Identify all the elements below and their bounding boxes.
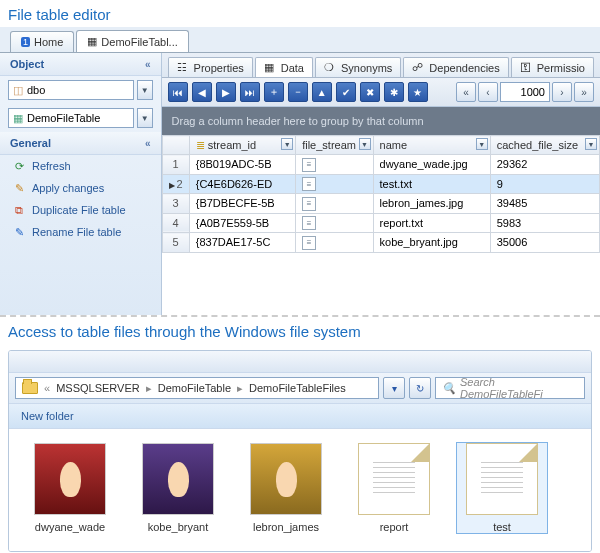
tab-home[interactable]: 1Home [10, 31, 74, 52]
next-record-button[interactable]: ▶ [216, 82, 236, 102]
cell-size[interactable]: 39485 [490, 194, 599, 214]
breadcrumb-dropdown-button[interactable]: ▾ [383, 377, 405, 399]
tab-permissions-label: Permissio [537, 62, 585, 74]
document-thumbnail [358, 443, 430, 515]
cell-file-stream[interactable]: ≡ [296, 233, 373, 253]
cell-size[interactable]: 5983 [490, 213, 599, 233]
search-icon: 🔍 [442, 382, 456, 395]
bookmark-button[interactable]: ★ [408, 82, 428, 102]
tab-permissions[interactable]: ⚿Permissio [511, 57, 594, 77]
cell-file-stream[interactable]: ≡ [296, 155, 373, 175]
last-record-button[interactable]: ⏭ [240, 82, 260, 102]
duplicate-icon: ⧉ [12, 203, 26, 217]
table-row[interactable]: 1{8B019ADC-5B≡dwyane_wade.jpg29362 [162, 155, 599, 175]
cell-name[interactable]: kobe_bryant.jpg [373, 233, 490, 253]
refresh-grid-button[interactable]: ✱ [384, 82, 404, 102]
cell-size[interactable]: 29362 [490, 155, 599, 175]
dependencies-icon: ☍ [412, 61, 425, 74]
breadcrumb-item[interactable]: DemoFileTableFiles [249, 382, 346, 394]
page-size-input[interactable] [500, 82, 550, 102]
commit-button[interactable]: ✔ [336, 82, 356, 102]
apply-changes-action[interactable]: ✎Apply changes [0, 177, 161, 199]
group-by-area[interactable]: Drag a column header here to group by th… [162, 107, 600, 135]
cell-name[interactable]: dwyane_wade.jpg [373, 155, 490, 175]
explorer-search-input[interactable]: 🔍Search DemoFileTableFi [435, 377, 585, 399]
rename-action[interactable]: ✎Rename File table [0, 221, 161, 243]
file-item-test[interactable]: test [457, 443, 547, 533]
data-grid[interactable]: ≣ stream_id▼ file_stream▼ name▼ cached_f… [162, 135, 600, 315]
breadcrumb-item[interactable]: MSSQLSERVER [56, 382, 140, 394]
cell-stream-id[interactable]: {8B019ADC-5B [189, 155, 295, 175]
file-label: report [349, 521, 439, 533]
breadcrumb-item[interactable]: DemoFileTable [158, 382, 231, 394]
file-item-dwyane-wade[interactable]: dwyane_wade [25, 443, 115, 533]
cell-stream-id[interactable]: {837DAE17-5C [189, 233, 295, 253]
content-subtabs: ☷Properties ▦Data ❍Synonyms ☍Dependencie… [162, 53, 600, 78]
folder-icon [22, 382, 38, 394]
sidebar: Object« ◫dbo ▼ ▦DemoFileTable ▼ General«… [0, 53, 162, 315]
col-filter-icon[interactable]: ▼ [476, 138, 488, 150]
refresh-explorer-button[interactable]: ↻ [409, 377, 431, 399]
page-last-button[interactable]: » [574, 82, 594, 102]
col-name[interactable]: name▼ [373, 136, 490, 155]
col-filter-icon[interactable]: ▼ [281, 138, 293, 150]
tab-properties[interactable]: ☷Properties [168, 57, 253, 77]
cell-name[interactable]: report.txt [373, 213, 490, 233]
duplicate-action[interactable]: ⧉Duplicate File table [0, 199, 161, 221]
content-area: ☷Properties ▦Data ❍Synonyms ☍Dependencie… [162, 53, 600, 315]
table-row[interactable]: 5{837DAE17-5C≡kobe_bryant.jpg35006 [162, 233, 599, 253]
prev-record-button[interactable]: ◀ [192, 82, 212, 102]
new-folder-button[interactable]: New folder [21, 410, 74, 422]
cell-name[interactable]: test.txt [373, 174, 490, 194]
cell-name[interactable]: lebron_james.jpg [373, 194, 490, 214]
col-cached-size[interactable]: cached_file_size▼ [490, 136, 599, 155]
schema-dropdown-button[interactable]: ▼ [137, 80, 153, 100]
col-file-stream[interactable]: file_stream▼ [296, 136, 373, 155]
cell-stream-id[interactable]: {A0B7E559-5B [189, 213, 295, 233]
file-item-report[interactable]: report [349, 443, 439, 533]
cell-file-stream[interactable]: ≡ [296, 174, 373, 194]
delete-record-button[interactable]: － [288, 82, 308, 102]
table-combo[interactable]: ▦DemoFileTable [8, 108, 134, 128]
add-record-button[interactable]: ＋ [264, 82, 284, 102]
file-list: dwyane_wade kobe_bryant lebron_james rep… [9, 429, 591, 551]
table-row[interactable]: 3{B7DBECFE-5B≡lebron_james.jpg39485 [162, 194, 599, 214]
cancel-button[interactable]: ✖ [360, 82, 380, 102]
cell-size[interactable]: 35006 [490, 233, 599, 253]
cell-stream-id[interactable]: {B7DBECFE-5B [189, 194, 295, 214]
col-filter-icon[interactable]: ▼ [359, 138, 371, 150]
page-next-button[interactable]: › [552, 82, 572, 102]
table-row[interactable]: 2{C4E6D626-ED≡test.txt9 [162, 174, 599, 194]
cell-file-stream[interactable]: ≡ [296, 213, 373, 233]
schema-combo[interactable]: ◫dbo [8, 80, 134, 100]
tab-data[interactable]: ▦Data [255, 57, 313, 77]
file-label: test [457, 521, 547, 533]
cell-size[interactable]: 9 [490, 174, 599, 194]
page-first-button[interactable]: « [456, 82, 476, 102]
synonyms-icon: ❍ [324, 61, 337, 74]
breadcrumb[interactable]: « MSSQLSERVER▸ DemoFileTable▸ DemoFileTa… [15, 377, 379, 399]
tab-synonyms[interactable]: ❍Synonyms [315, 57, 401, 77]
apply-icon: ✎ [12, 181, 26, 195]
table-value: DemoFileTable [27, 112, 100, 124]
tab-dependencies[interactable]: ☍Dependencies [403, 57, 508, 77]
file-item-lebron-james[interactable]: lebron_james [241, 443, 331, 533]
col-filter-icon[interactable]: ▼ [585, 138, 597, 150]
sidebar-object-header[interactable]: Object« [0, 53, 161, 76]
col-stream-id[interactable]: ≣ stream_id▼ [189, 136, 295, 155]
first-record-button[interactable]: ⏮ [168, 82, 188, 102]
row-number: 4 [162, 213, 189, 233]
search-placeholder: Search DemoFileTableFi [460, 376, 578, 400]
editor-panel: 1Home ▦DemoFileTabl... Object« ◫dbo ▼ ▦D… [0, 27, 600, 317]
table-row[interactable]: 4{A0B7E559-5B≡report.txt5983 [162, 213, 599, 233]
edit-record-button[interactable]: ▲ [312, 82, 332, 102]
cell-file-stream[interactable]: ≡ [296, 194, 373, 214]
cell-stream-id[interactable]: {C4E6D626-ED [189, 174, 295, 194]
page-prev-button[interactable]: ‹ [478, 82, 498, 102]
file-item-kobe-bryant[interactable]: kobe_bryant [133, 443, 223, 533]
table-dropdown-button[interactable]: ▼ [137, 108, 153, 128]
sidebar-general-header[interactable]: General« [0, 132, 161, 155]
refresh-action[interactable]: ⟳Refresh [0, 155, 161, 177]
col-name-label: name [380, 139, 408, 151]
tab-demofiletable[interactable]: ▦DemoFileTabl... [76, 30, 188, 52]
